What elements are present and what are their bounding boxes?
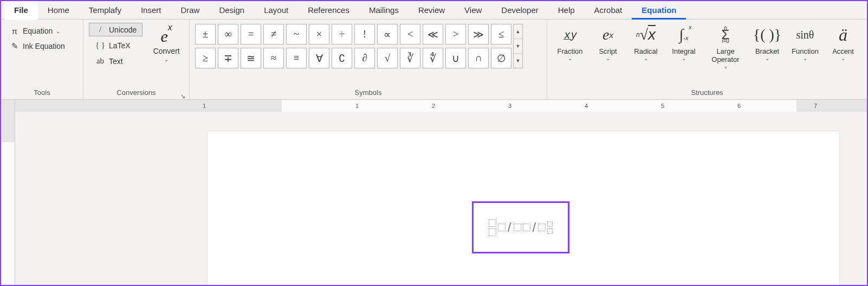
symbol-cell[interactable]: ≥ <box>195 48 216 68</box>
symbol-cell[interactable]: ∛ <box>400 48 420 68</box>
tab-design[interactable]: Design <box>209 1 254 20</box>
symbol-cell[interactable]: = <box>241 24 261 45</box>
sigma-icon: nΣi=0 <box>722 23 730 47</box>
symbol-cell[interactable]: > <box>445 24 466 45</box>
text-label: Text <box>109 57 123 66</box>
integral-icon: ∫-xx <box>679 23 689 47</box>
bracket-button[interactable]: {( )} Bracket ⌄ <box>750 23 785 69</box>
radical-label: Radical <box>634 47 657 55</box>
group-structures: xy Fraction ⌄ ex Script ⌄ n√x Radical ⌄ … <box>547 20 867 99</box>
large-operator-label: Large Operator <box>711 47 739 63</box>
symbol-cell[interactable]: ± <box>195 24 216 45</box>
tab-equation[interactable]: Equation <box>632 1 686 20</box>
group-tools: π Equation ⌄ ✎ Ink Equation Tools <box>1 20 83 99</box>
radical-button[interactable]: n√x Radical ⌄ <box>629 23 663 69</box>
tab-view[interactable]: View <box>455 1 491 20</box>
symbol-cell[interactable]: ≤ <box>491 24 511 45</box>
symbol-cell[interactable]: ≈ <box>263 48 284 68</box>
tab-home[interactable]: Home <box>38 1 79 20</box>
ink-equation-button[interactable]: ✎ Ink Equation <box>7 40 68 52</box>
chevron-down-icon: ⌄ <box>682 56 686 61</box>
symbol-cell[interactable]: ≪ <box>423 24 443 45</box>
group-tools-label: Tools <box>7 87 77 98</box>
symbol-cell[interactable]: ÷ <box>332 24 352 45</box>
tab-file[interactable]: File <box>4 1 38 20</box>
chevron-down-icon: ⌄ <box>568 56 572 61</box>
dialog-launcher-icon[interactable]: ↘ <box>179 91 186 97</box>
symbol-cell[interactable]: ≡ <box>286 48 307 68</box>
scroll-expand-icon[interactable]: ▼ <box>514 54 522 68</box>
symbol-cell[interactable]: ∀ <box>309 48 329 68</box>
tab-draw[interactable]: Draw <box>171 1 209 20</box>
hruler: 11234567 <box>15 100 867 112</box>
symbol-cell[interactable]: ∓ <box>218 48 238 68</box>
symbol-cell[interactable]: ∁ <box>332 48 352 68</box>
ink-equation-label: Ink Equation <box>23 42 65 50</box>
unicode-button[interactable]: / Unicode <box>89 23 142 36</box>
symbol-cell[interactable]: ≠ <box>263 24 284 45</box>
group-conversions: / Unicode { } LaTeX ab Text ex Convert ⌄… <box>83 20 190 99</box>
symbol-cell[interactable]: √ <box>377 48 398 68</box>
horizontal-ruler[interactable]: 11234567 <box>1 100 867 112</box>
convert-button[interactable]: ex Convert ⌄ <box>149 22 184 62</box>
symbols-scroll: ▲ ▼ ▼ <box>513 24 523 68</box>
tab-acrobat[interactable]: Acrobat <box>585 1 632 20</box>
tab-review[interactable]: Review <box>409 1 455 20</box>
chevron-down-icon: ⌄ <box>841 56 845 61</box>
tab-references[interactable]: References <box>298 1 359 20</box>
symbol-cell[interactable]: ≅ <box>241 48 261 68</box>
function-icon: sinθ <box>796 23 814 47</box>
tab-templafy[interactable]: Templafy <box>79 1 131 20</box>
accent-icon: ä <box>839 23 847 47</box>
symbol-cell[interactable]: ∅ <box>491 48 511 68</box>
symbol-cell[interactable]: × <box>309 24 329 45</box>
script-label: Script <box>599 47 617 55</box>
document-area[interactable]: / / <box>15 112 867 285</box>
group-conversions-label: Conversions ↘ <box>89 87 184 98</box>
tab-layout[interactable]: Layout <box>254 1 298 20</box>
large-operator-button[interactable]: nΣi=0 Large Operator ⌄ <box>704 23 747 69</box>
equation-button[interactable]: π Equation ⌄ <box>7 25 68 37</box>
scroll-down-icon[interactable]: ▼ <box>514 39 522 54</box>
tab-developer[interactable]: Developer <box>491 1 548 20</box>
chevron-down-icon: ⌄ <box>723 64 728 69</box>
chevron-down-icon: ⌄ <box>56 28 60 34</box>
fraction-label: Fraction <box>558 47 583 55</box>
slash-icon: / <box>95 25 106 34</box>
symbol-cell[interactable]: ∝ <box>377 24 398 45</box>
chevron-down-icon: ⌄ <box>606 56 610 61</box>
symbol-cell[interactable]: ∂ <box>354 48 375 68</box>
group-structures-label: Structures <box>553 87 861 98</box>
accent-label: Accent <box>832 47 854 55</box>
symbol-cell[interactable]: ∞ <box>218 24 238 45</box>
symbol-cell[interactable]: < <box>400 24 420 45</box>
symbol-cell[interactable]: ~ <box>286 24 307 45</box>
text-icon: ab <box>95 56 106 66</box>
symbols-row-2: ≥∓≅≈≡∀∁∂√∛∜∪∩∅ <box>195 48 511 68</box>
function-button[interactable]: sinθ Function ⌄ <box>788 23 822 69</box>
tab-mailings[interactable]: Mailings <box>359 1 409 20</box>
text-button[interactable]: ab Text <box>89 54 142 68</box>
equation-editor-box[interactable]: / / <box>472 201 569 253</box>
symbol-cell[interactable]: ∜ <box>423 48 443 68</box>
chevron-down-icon: ⌄ <box>765 56 769 61</box>
integral-button[interactable]: ∫-xx Integral ⌄ <box>666 23 701 69</box>
latex-button[interactable]: { } LaTeX <box>89 39 142 52</box>
symbol-cell[interactable]: ≫ <box>468 24 489 45</box>
unicode-label: Unicode <box>109 26 137 34</box>
scroll-up-icon[interactable]: ▲ <box>514 24 522 39</box>
fraction-button[interactable]: xy Fraction ⌄ <box>553 23 587 69</box>
tab-help[interactable]: Help <box>548 1 585 20</box>
vertical-ruler[interactable] <box>1 112 15 285</box>
script-button[interactable]: ex Script ⌄ <box>591 23 625 69</box>
symbol-cell[interactable]: ! <box>354 24 375 45</box>
group-symbols: ±∞=≠~×÷!∝<≪>≫≤ ≥∓≅≈≡∀∁∂√∛∜∪∩∅ ▲ ▼ ▼ Symb… <box>190 20 547 99</box>
equation-content: / / <box>489 219 553 236</box>
symbol-cell[interactable]: ∩ <box>468 48 489 68</box>
accent-button[interactable]: ä Accent ⌄ <box>826 23 860 69</box>
tab-insert[interactable]: Insert <box>131 1 171 20</box>
fraction-icon: xy <box>563 23 576 47</box>
bracket-icon: {( )} <box>753 23 782 47</box>
convert-label: Convert <box>153 47 180 55</box>
symbol-cell[interactable]: ∪ <box>445 48 466 68</box>
